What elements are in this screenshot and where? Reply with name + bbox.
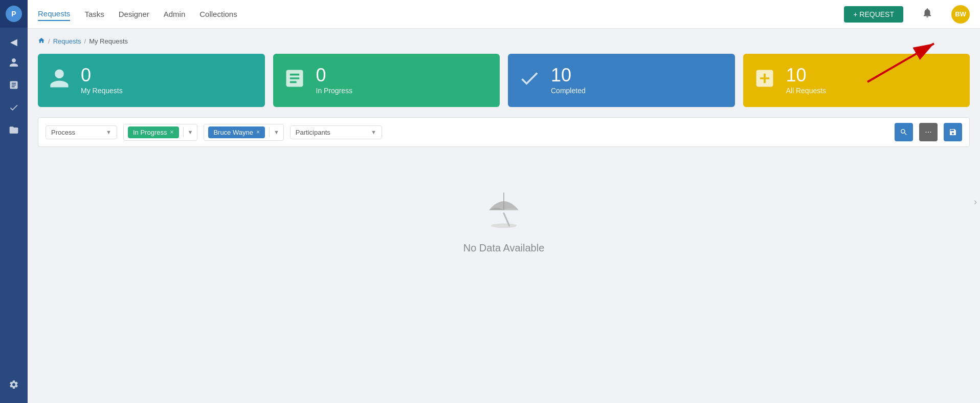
stat-card-in-progress[interactable]: 0 In Progress [273, 54, 500, 107]
completed-label: Completed [551, 87, 586, 95]
breadcrumb-requests-link[interactable]: Requests [53, 37, 81, 45]
completed-number: 10 [551, 66, 586, 84]
process-filter[interactable]: Process ▼ [46, 125, 117, 139]
requester-tag-label: Bruce Wayne [213, 129, 253, 136]
sidebar-icon-user[interactable] [4, 52, 24, 73]
status-filter-wrapper: In Progress × ▼ [123, 124, 197, 141]
more-options-button[interactable]: ··· [919, 123, 938, 141]
status-tag: In Progress × [128, 126, 179, 138]
completed-icon [518, 67, 541, 94]
filter-bar: Process ▼ In Progress × ▼ Bruce Wayne [38, 117, 970, 147]
sidebar: P ◀ [0, 0, 28, 403]
logo-icon: P [6, 6, 22, 22]
all-requests-number: 10 [786, 66, 827, 84]
stat-card-all-requests[interactable]: 10 All Requests [743, 54, 970, 107]
all-requests-icon [753, 67, 776, 94]
my-requests-label: My Requests [81, 87, 123, 95]
breadcrumb-current: My Requests [89, 37, 128, 45]
participants-filter[interactable]: Participants ▼ [290, 125, 382, 139]
notification-bell-icon[interactable] [922, 7, 933, 21]
nav-admin[interactable]: Admin [164, 8, 186, 20]
requester-filter-inner: Bruce Wayne × [204, 124, 269, 140]
nav-requests[interactable]: Requests [38, 7, 70, 21]
status-tag-label: In Progress [133, 129, 167, 136]
breadcrumb-sep2: / [84, 37, 86, 45]
search-filter-button[interactable] [895, 123, 913, 141]
sidebar-icon-requests[interactable] [4, 75, 24, 95]
main-content: Requests Tasks Designer Admin Collection… [28, 0, 980, 403]
status-filter-inner: In Progress × [124, 124, 183, 140]
no-data-text: No Data Available [463, 242, 545, 254]
no-data-container: No Data Available [38, 157, 970, 285]
sidebar-icon-files[interactable] [4, 120, 24, 140]
my-requests-number: 0 [81, 66, 123, 84]
topnav: Requests Tasks Designer Admin Collection… [28, 0, 980, 29]
requester-tag: Bruce Wayne × [208, 126, 265, 138]
requester-filter-wrapper: Bruce Wayne × ▼ [204, 124, 283, 141]
participants-dropdown-arrow: ▼ [371, 129, 376, 135]
stat-card-my-requests[interactable]: 0 My Requests [38, 54, 265, 107]
sidebar-icon-tasks[interactable] [4, 97, 24, 118]
sidebar-logo: P [0, 0, 28, 28]
in-progress-label: In Progress [316, 87, 353, 95]
process-placeholder: Process [51, 129, 75, 136]
save-filter-button[interactable] [944, 123, 962, 141]
in-progress-icon [283, 67, 306, 94]
nav-collections[interactable]: Collections [199, 8, 237, 20]
requester-tag-close[interactable]: × [256, 129, 260, 136]
breadcrumb-home-link[interactable] [38, 37, 45, 46]
breadcrumb-sep1: / [48, 37, 50, 45]
page-content: / Requests / My Requests 0 My Requests [28, 29, 980, 403]
stat-card-completed[interactable]: 10 Completed [508, 54, 735, 107]
my-requests-icon [48, 67, 71, 94]
more-icon: ··· [925, 128, 931, 137]
svg-point-2 [491, 223, 517, 228]
process-dropdown-arrow: ▼ [106, 129, 112, 135]
all-requests-label: All Requests [786, 87, 827, 95]
status-dropdown-arrow[interactable]: ▼ [183, 127, 197, 137]
nav-designer[interactable]: Designer [119, 8, 149, 20]
status-tag-close[interactable]: × [170, 129, 173, 136]
sidebar-icon-settings[interactable] [4, 374, 24, 395]
scroll-right-arrow[interactable]: › [974, 196, 977, 207]
stats-row: 0 My Requests 0 In Progress [38, 54, 970, 107]
breadcrumb: / Requests / My Requests [38, 37, 970, 46]
sidebar-back-button[interactable]: ◀ [0, 32, 28, 52]
no-data-icon [481, 188, 527, 234]
participants-placeholder: Participants [296, 129, 330, 136]
new-request-button[interactable]: + REQUEST [844, 6, 903, 23]
user-avatar[interactable]: BW [951, 5, 970, 24]
in-progress-number: 0 [316, 66, 353, 84]
nav-tasks[interactable]: Tasks [84, 8, 104, 20]
requester-dropdown-arrow[interactable]: ▼ [269, 127, 283, 137]
